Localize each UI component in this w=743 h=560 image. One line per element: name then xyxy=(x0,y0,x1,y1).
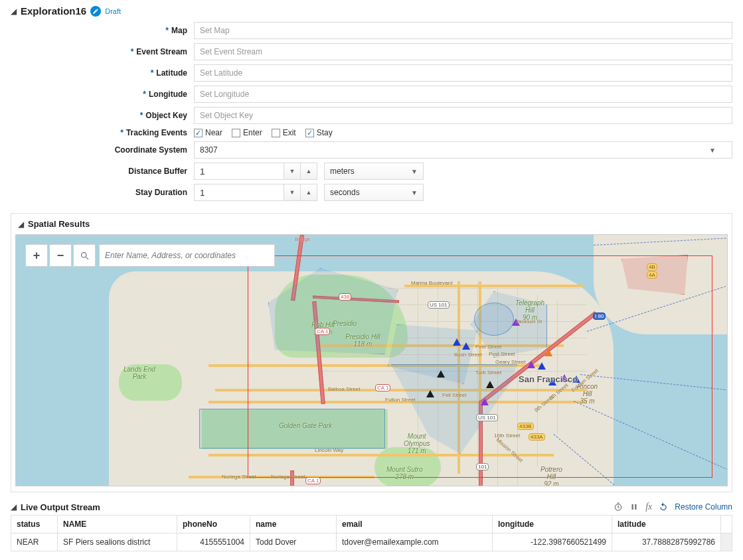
road-label: Fell Street xyxy=(442,392,466,398)
cell-phoneno: 4155551004 xyxy=(177,533,250,551)
highway-shield: 101 xyxy=(476,463,489,470)
search-icon xyxy=(80,251,90,261)
svg-rect-3 xyxy=(632,504,633,510)
road-label: Bridge xyxy=(295,236,310,242)
near-checkbox[interactable] xyxy=(194,129,203,137)
table-header-row: status NAME phoneNo name email longitude… xyxy=(11,516,732,533)
chevron-down-icon: ▼ xyxy=(411,189,418,196)
table-row[interactable]: NEAR SF Piers sealions district 41555510… xyxy=(11,533,732,551)
col-name[interactable]: name xyxy=(250,516,337,533)
collapse-icon[interactable]: ◢ xyxy=(18,220,24,229)
stay-duration-unit-value: seconds xyxy=(330,188,360,197)
cell-latitude: 37.78882875992786 xyxy=(612,533,721,551)
map-marker[interactable] xyxy=(538,362,546,370)
pause-icon[interactable] xyxy=(629,502,639,512)
spatial-results-section: ◢ Spatial Results xyxy=(11,213,732,492)
object-key-select[interactable]: Set Object Key xyxy=(194,107,732,124)
col-phoneno[interactable]: phoneNo xyxy=(177,516,250,533)
page-title: Exploration16 xyxy=(21,5,86,17)
status-badge[interactable]: Draft xyxy=(105,7,121,15)
longitude-label: Longitude xyxy=(149,90,187,99)
enter-checkbox-label: Enter xyxy=(243,128,262,137)
road-label: Marina Boulevard xyxy=(411,280,453,286)
svg-line-1 xyxy=(86,257,88,259)
spatial-results-title: Spatial Results xyxy=(28,219,90,229)
road-label: Jackson St xyxy=(516,318,542,324)
latitude-label: Latitude xyxy=(156,68,187,78)
map-marker[interactable] xyxy=(426,390,434,397)
zoom-in-button[interactable]: + xyxy=(25,244,48,267)
scrollbar-stub[interactable] xyxy=(721,533,732,551)
stay-checkbox-label: Stay xyxy=(317,128,333,137)
collapse-icon[interactable]: ◢ xyxy=(11,7,17,16)
stay-checkbox[interactable] xyxy=(305,129,314,137)
map-label: Map xyxy=(171,26,187,35)
fx-icon[interactable]: fx xyxy=(645,502,652,512)
map-viewport[interactable]: San Francisco Golden Gate Park Presidio … xyxy=(15,234,728,486)
col-latitude[interactable]: latitude xyxy=(612,516,721,533)
cell-name: Todd Dover xyxy=(250,533,337,551)
cell-longitude: -122.3987660521499 xyxy=(493,533,612,551)
scrollbar-stub xyxy=(721,516,732,533)
longitude-select[interactable]: Set Longitude xyxy=(194,86,732,103)
road-label: Bush Street xyxy=(454,352,482,358)
road-label: Lincoln Way xyxy=(315,447,343,453)
exit-checkbox[interactable] xyxy=(272,129,280,137)
map-select[interactable]: Set Map xyxy=(194,22,732,39)
restore-icon[interactable] xyxy=(659,502,668,512)
selection-rectangle xyxy=(248,255,712,478)
collapse-icon[interactable]: ◢ xyxy=(11,502,17,512)
map-marker[interactable] xyxy=(437,370,445,378)
road-label: Pine Street xyxy=(475,344,502,350)
restore-column-link[interactable]: Restore Column xyxy=(675,502,732,512)
road-label: Post Street xyxy=(489,351,515,357)
stay-duration-label: Stay Duration xyxy=(135,188,187,197)
cell-status: NEAR xyxy=(11,533,58,551)
svg-rect-4 xyxy=(635,504,636,510)
road-label: Turk Street xyxy=(475,370,501,376)
distance-buffer-increase[interactable]: ▲ xyxy=(300,163,317,180)
park-label: Mount Olympus 171 m xyxy=(404,433,430,455)
cell-name-upper: SF Piers sealions district xyxy=(58,533,177,551)
map-marker[interactable] xyxy=(544,349,552,356)
stay-duration-decrease[interactable]: ▼ xyxy=(284,184,301,201)
road-label: Fulton Street xyxy=(385,397,416,403)
coord-system-select[interactable]: 8307 ▼ xyxy=(194,141,732,159)
stay-duration-input[interactable] xyxy=(194,184,284,201)
enter-checkbox[interactable] xyxy=(232,129,240,137)
map-search-button[interactable] xyxy=(73,244,96,267)
edit-button[interactable] xyxy=(90,6,101,17)
map-search-input[interactable]: Enter Name, Address, or coordinates xyxy=(99,244,275,267)
col-email[interactable]: email xyxy=(337,516,493,533)
city-label: San Francisco xyxy=(519,374,578,384)
map-marker[interactable] xyxy=(527,361,535,368)
map-marker[interactable] xyxy=(486,381,494,388)
highway-shield: I 80 xyxy=(593,313,606,320)
cell-email: tdover@emailexample.com xyxy=(337,533,493,551)
stay-duration-unit-select[interactable]: seconds ▼ xyxy=(324,184,424,201)
distance-buffer-label: Distance Buffer xyxy=(128,167,187,176)
distance-buffer-decrease[interactable]: ▼ xyxy=(284,163,301,180)
distance-buffer-input[interactable] xyxy=(194,163,284,180)
object-key-label: Object Key xyxy=(145,111,187,120)
zoom-out-button[interactable]: − xyxy=(49,244,72,267)
highway-shield: 4B xyxy=(647,263,657,271)
road-label: Balboa Street xyxy=(328,386,360,392)
highway-shield: CA 1 xyxy=(315,328,330,335)
park-label: Lands End Park xyxy=(124,366,155,380)
map-marker[interactable] xyxy=(453,338,461,346)
distance-unit-value: meters xyxy=(330,167,355,176)
chevron-down-icon: ▼ xyxy=(709,147,716,154)
latitude-select[interactable]: Set Latitude xyxy=(194,64,732,82)
map-marker[interactable] xyxy=(481,398,489,405)
timer-icon[interactable] xyxy=(614,502,623,512)
highway-shield: 438 xyxy=(339,293,351,301)
map-marker[interactable] xyxy=(462,342,470,350)
highway-shield: US 101 xyxy=(476,414,498,421)
event-stream-select[interactable]: Set Event Stream xyxy=(194,43,732,60)
stay-duration-increase[interactable]: ▲ xyxy=(300,184,317,201)
distance-unit-select[interactable]: meters ▼ xyxy=(324,163,424,180)
col-name-upper[interactable]: NAME xyxy=(58,516,177,533)
col-longitude[interactable]: longitude xyxy=(493,516,612,533)
col-status[interactable]: status xyxy=(11,516,58,533)
